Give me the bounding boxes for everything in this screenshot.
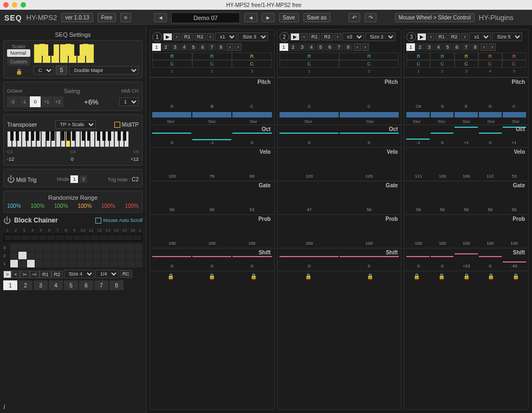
shift-bar[interactable] bbox=[192, 250, 231, 263]
undo-button[interactable]: ↶ bbox=[348, 13, 360, 22]
bc-nav-3[interactable]: ‹< bbox=[30, 271, 40, 278]
mult-select[interactable]: x3 bbox=[342, 32, 364, 41]
mode-2-button[interactable]: 2 bbox=[80, 175, 87, 183]
randomize-value-5[interactable]: 100% bbox=[101, 203, 115, 209]
track-nav[interactable]: › bbox=[461, 33, 468, 41]
scale-select[interactable]: Double Major bbox=[69, 66, 139, 75]
step-next[interactable]: › bbox=[235, 43, 242, 51]
step-tab-2[interactable]: 2 bbox=[289, 43, 297, 51]
slur-box[interactable] bbox=[232, 112, 271, 117]
slur-box[interactable] bbox=[280, 112, 339, 117]
rc-r[interactable]: R bbox=[478, 53, 502, 60]
slur-box[interactable] bbox=[431, 112, 454, 117]
lock-icon[interactable]: 🔒 bbox=[413, 273, 420, 279]
bc-matrix[interactable]: 321 bbox=[3, 244, 142, 267]
lock-icon[interactable]: 🔒 bbox=[463, 273, 470, 279]
step-tab-7[interactable]: 7 bbox=[462, 43, 470, 51]
track-nav[interactable]: › bbox=[334, 33, 341, 41]
rc-r[interactable]: R bbox=[339, 53, 399, 60]
bc-nav-1[interactable]: < bbox=[11, 271, 20, 278]
rc-c[interactable]: C bbox=[406, 60, 430, 68]
track-nav[interactable]: ‹ bbox=[301, 33, 308, 41]
shift-bar[interactable] bbox=[431, 250, 454, 263]
swing-value[interactable]: +6% bbox=[84, 98, 98, 106]
preset-prev-button[interactable]: ◄ bbox=[154, 13, 167, 22]
lock-icon[interactable]: 🔒 bbox=[305, 273, 312, 279]
step-tab-3[interactable]: 3 bbox=[298, 43, 307, 51]
track-nav[interactable]: R1 bbox=[181, 33, 193, 41]
lock-icon[interactable]: 🔒 bbox=[488, 273, 494, 279]
step-tab-5[interactable]: 5 bbox=[443, 43, 452, 51]
octave-button--2[interactable]: -2 bbox=[7, 96, 18, 107]
power-icon[interactable]: ⏻ bbox=[7, 175, 15, 183]
slur-box[interactable] bbox=[152, 112, 191, 117]
redo-button[interactable]: ↷ bbox=[365, 13, 377, 22]
lock-icon[interactable]: 🔒 bbox=[7, 69, 30, 75]
autoscroll-checkbox[interactable] bbox=[95, 218, 101, 224]
step-tab-7[interactable]: 7 bbox=[207, 43, 216, 51]
oct-bar[interactable] bbox=[406, 126, 430, 139]
menu-icon[interactable]: ≡ bbox=[120, 13, 131, 22]
tp-mode-select[interactable]: TP > Scale bbox=[55, 120, 96, 129]
save-button[interactable]: Save bbox=[279, 13, 299, 22]
bc-rc-button[interactable]: RC bbox=[120, 270, 132, 278]
shift-bar[interactable] bbox=[280, 250, 339, 263]
transposer-keyboard[interactable] bbox=[7, 131, 139, 147]
track-nav[interactable]: ‹ bbox=[173, 33, 180, 41]
size-select[interactable]: Size 3 bbox=[238, 32, 268, 41]
randomize-value-4[interactable]: 100% bbox=[77, 203, 92, 209]
trignote-value[interactable]: C2 bbox=[132, 176, 139, 182]
slur-box[interactable] bbox=[455, 112, 478, 117]
bc-nav-5[interactable]: R2 bbox=[51, 271, 63, 278]
info-icon[interactable]: i bbox=[3, 403, 5, 411]
saveas-button[interactable]: Save as bbox=[303, 13, 330, 22]
randomize-value-2[interactable]: 100% bbox=[30, 203, 44, 209]
step-prev[interactable]: ‹ bbox=[481, 43, 488, 51]
step-tab-5[interactable]: 5 bbox=[189, 43, 198, 51]
rc-r[interactable]: R bbox=[152, 53, 192, 60]
bc-grid[interactable] bbox=[3, 234, 142, 241]
minimize-icon[interactable] bbox=[12, 2, 17, 8]
step-tab-2[interactable]: 2 bbox=[416, 43, 424, 51]
octave-button-0[interactable]: 0 bbox=[30, 96, 41, 107]
oct-bar[interactable] bbox=[152, 126, 191, 139]
size-select[interactable]: Size 5 bbox=[492, 32, 522, 41]
shift-bar[interactable] bbox=[479, 250, 502, 263]
track-play-button[interactable]: ▶ bbox=[417, 33, 426, 41]
rc-c[interactable]: C bbox=[192, 60, 232, 68]
rc-r[interactable]: R bbox=[280, 53, 339, 60]
track-play-button[interactable]: ▶ bbox=[163, 33, 172, 41]
step-tab-4[interactable]: 4 bbox=[180, 43, 189, 51]
rc-r[interactable]: R bbox=[455, 53, 478, 60]
maximize-icon[interactable] bbox=[21, 2, 26, 8]
bc-tab-4[interactable]: 4 bbox=[49, 280, 63, 290]
rc-r[interactable]: R bbox=[406, 53, 430, 60]
step-tab-6[interactable]: 6 bbox=[452, 43, 461, 51]
randomize-value-3[interactable]: 100% bbox=[54, 203, 68, 209]
preset-nav-left[interactable]: ◄ bbox=[244, 13, 257, 22]
shift-bar[interactable] bbox=[406, 250, 430, 263]
track-nav[interactable]: R1 bbox=[436, 33, 447, 41]
oct-bar[interactable] bbox=[479, 126, 502, 139]
octave-button-+1[interactable]: +1 bbox=[41, 96, 52, 107]
randomize-value-6[interactable]: 100% bbox=[125, 203, 139, 209]
step-next[interactable]: › bbox=[362, 43, 369, 51]
midich-select[interactable]: 1 bbox=[119, 97, 139, 106]
oct-bar[interactable] bbox=[280, 126, 339, 139]
track-nav[interactable]: R2 bbox=[321, 33, 333, 41]
bc-size-select[interactable]: Size 4 bbox=[64, 270, 94, 278]
rc-r[interactable]: R bbox=[502, 53, 526, 60]
bc-nav-0[interactable]: > bbox=[3, 271, 11, 278]
close-icon[interactable] bbox=[3, 2, 9, 8]
step-prev[interactable]: ‹ bbox=[226, 43, 233, 51]
rc-c[interactable]: C bbox=[339, 60, 399, 68]
lock-icon[interactable]: 🔒 bbox=[209, 273, 215, 279]
track-nav[interactable]: ‹ bbox=[427, 33, 434, 41]
rc-c[interactable]: C bbox=[455, 60, 478, 68]
scaler-custom-button[interactable]: Custom bbox=[7, 58, 30, 65]
lock-icon[interactable]: 🔒 bbox=[167, 273, 174, 279]
octave-button-+2[interactable]: +2 bbox=[53, 96, 63, 107]
step-tab-8[interactable]: 8 bbox=[217, 43, 225, 51]
track-nav[interactable]: › bbox=[207, 33, 214, 41]
bc-power-icon[interactable]: ⏻ bbox=[3, 216, 11, 225]
